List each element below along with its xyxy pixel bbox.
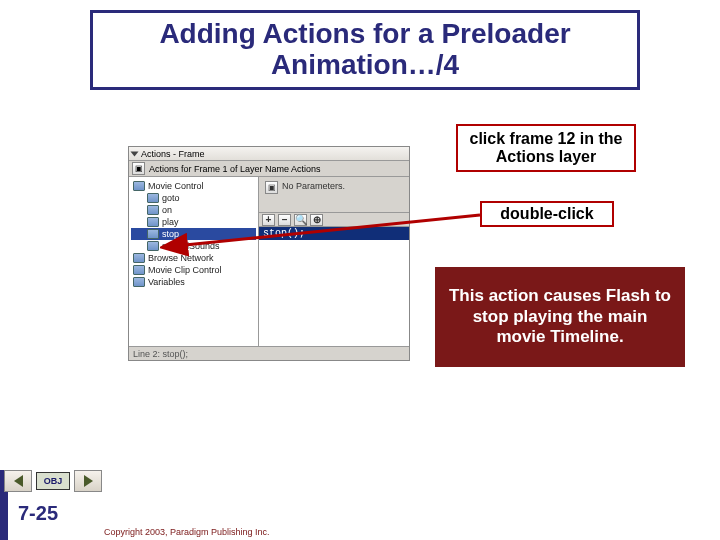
panel-subtitle-row: ▣ Actions for Frame 1 of Layer Name Acti… xyxy=(129,161,409,177)
tree-label: on xyxy=(162,205,172,215)
book-icon xyxy=(147,205,159,215)
book-icon xyxy=(147,241,159,251)
target-icon[interactable]: ⊕ xyxy=(310,214,323,226)
tree-action[interactable]: play xyxy=(131,216,256,228)
tree-label: Movie Clip Control xyxy=(148,265,222,275)
add-action-button[interactable]: + xyxy=(262,214,275,226)
book-icon xyxy=(147,193,159,203)
tree-action[interactable]: stopAllSounds xyxy=(131,240,256,252)
script-line: stop(); xyxy=(259,227,409,240)
prev-button[interactable] xyxy=(4,470,32,492)
actions-panel: Actions - Frame ▣ Actions for Frame 1 of… xyxy=(128,146,410,361)
copyright: Copyright 2003, Paradigm Publishing Inc. xyxy=(104,527,270,537)
triangle-left-icon xyxy=(14,475,23,487)
tree-label: Movie Control xyxy=(148,181,204,191)
tree-action-selected[interactable]: stop xyxy=(131,228,256,240)
tree-label: Browse Network xyxy=(148,253,214,263)
slide-title: Adding Actions for a Preloader Animation… xyxy=(90,10,640,90)
parameters-text: No Parameters. xyxy=(282,181,345,191)
next-button[interactable] xyxy=(74,470,102,492)
tree-category[interactable]: Movie Control xyxy=(131,180,256,192)
script-editor[interactable]: stop(); xyxy=(259,227,409,346)
obj-chip[interactable]: OBJ xyxy=(36,472,70,490)
tree-label: play xyxy=(162,217,179,227)
tree-category[interactable]: Variables xyxy=(131,276,256,288)
tree-label: goto xyxy=(162,193,180,203)
tree-action[interactable]: on xyxy=(131,204,256,216)
panel-status: Line 2: stop(); xyxy=(129,346,409,360)
panel-title: Actions - Frame xyxy=(141,149,205,159)
book-icon xyxy=(133,253,145,263)
info-box: This action causes Flash to stop playing… xyxy=(435,267,685,367)
book-icon xyxy=(133,181,145,191)
script-pane: ▣ No Parameters. + – 🔍 ⊕ stop(); xyxy=(259,177,409,346)
page-number: 7-25 xyxy=(18,502,58,525)
script-toolbar: + – 🔍 ⊕ xyxy=(259,213,409,227)
book-icon xyxy=(133,265,145,275)
script-mode-icon[interactable]: ▣ xyxy=(132,162,145,175)
callout-double-click: double-click xyxy=(480,201,614,227)
book-icon xyxy=(133,277,145,287)
panel-subtitle: Actions for Frame 1 of Layer Name Action… xyxy=(149,164,321,174)
find-icon[interactable]: 🔍 xyxy=(294,214,307,226)
triangle-right-icon xyxy=(84,475,93,487)
tree-action[interactable]: goto xyxy=(131,192,256,204)
callout-click-frame: click frame 12 in the Actions layer xyxy=(456,124,636,172)
disclosure-icon xyxy=(131,151,139,156)
tree-category[interactable]: Movie Clip Control xyxy=(131,264,256,276)
tree-label: stop xyxy=(162,229,179,239)
panel-titlebar: Actions - Frame xyxy=(129,147,409,161)
param-icon: ▣ xyxy=(265,181,278,194)
actions-tree[interactable]: Movie Control goto on play stop stopAllS… xyxy=(129,177,259,346)
book-icon xyxy=(147,217,159,227)
nav-controls: OBJ xyxy=(4,470,102,492)
tree-label: stopAllSounds xyxy=(162,241,220,251)
tree-label: Variables xyxy=(148,277,185,287)
parameters-area: ▣ No Parameters. xyxy=(259,177,409,213)
book-icon xyxy=(147,229,159,239)
remove-action-button[interactable]: – xyxy=(278,214,291,226)
tree-category[interactable]: Browse Network xyxy=(131,252,256,264)
